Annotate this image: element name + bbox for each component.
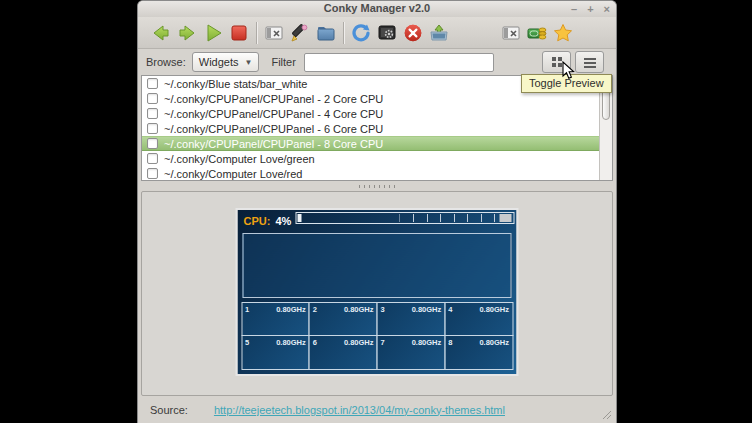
filter-label: Filter [271, 56, 295, 68]
core-id: 5 [245, 338, 249, 347]
core-id: 4 [448, 305, 452, 314]
list-item[interactable]: ~/.conky/Computer Love/green [142, 151, 599, 166]
core-cell: 1 0.80GHz [241, 302, 310, 337]
theme-checkbox[interactable] [147, 78, 158, 89]
grid-view-icon [551, 56, 563, 68]
play-icon [202, 22, 224, 44]
open-folder-button[interactable] [313, 20, 339, 46]
theme-label: ~/.conky/Computer Love/red [164, 168, 303, 180]
list-item[interactable]: ~/.conky/CPUPanel/CPUPanel - 4 Core CPU [142, 106, 599, 121]
theme-label: ~/.conky/CPUPanel/CPUPanel - 4 Core CPU [164, 108, 383, 120]
refresh-icon [350, 22, 372, 44]
cpu-bar-segments [400, 214, 500, 222]
core-id: 7 [381, 338, 385, 347]
browse-dropdown[interactable]: Widgets ▼ [192, 52, 260, 72]
cpu-usage-bar [296, 212, 515, 224]
folder-icon [315, 22, 337, 44]
next-button[interactable] [174, 20, 200, 46]
theme-checkbox[interactable] [147, 108, 158, 119]
theme-checkbox[interactable] [147, 123, 158, 134]
pane-splitter[interactable] [141, 181, 613, 191]
theme-label: ~/.conky/CPUPanel/CPUPanel - 6 Core CPU [164, 123, 383, 135]
theme-checkbox[interactable] [147, 93, 158, 104]
browse-bar: Browse: Widgets ▼ Filter [138, 49, 616, 75]
widget-window-icon [501, 23, 521, 43]
core-freq: 0.80GHz [276, 338, 306, 347]
star-button[interactable] [550, 20, 576, 46]
browse-label: Browse: [146, 56, 186, 68]
core-freq: 0.80GHz [344, 305, 374, 314]
splitter-grip-icon [359, 185, 395, 188]
cpu-graph-area [243, 233, 512, 298]
chevron-down-icon: ▼ [245, 58, 253, 67]
core-id: 2 [313, 305, 317, 314]
theme-checkbox[interactable] [147, 168, 158, 179]
maximize-button[interactable]: + [587, 2, 593, 16]
titlebar[interactable]: Conky Manager v2.0 – + × [138, 1, 616, 17]
core-id: 3 [381, 305, 385, 314]
core-cell: 8 0.80GHz [444, 335, 513, 370]
core-freq: 0.80GHz [479, 338, 509, 347]
arrow-left-icon [150, 22, 172, 44]
theme-checkbox[interactable] [147, 138, 158, 149]
refresh-button[interactable] [348, 20, 374, 46]
toolbar-separator [343, 22, 344, 44]
import-box-icon [428, 22, 450, 44]
filter-input[interactable] [304, 53, 494, 72]
cpu-usage-value: 4% [275, 215, 291, 227]
cpu-bar-block [500, 214, 512, 222]
conky-widget-preview: CPU: 4% 1 0.80GHz 2 0.80GHz 3 [236, 208, 519, 376]
toggle-widget-button-2[interactable] [498, 20, 524, 46]
core-cell: 5 0.80GHz [241, 335, 310, 370]
cpu-bar-fill [298, 214, 302, 222]
import-button[interactable] [426, 20, 452, 46]
list-view-icon [583, 56, 597, 68]
core-cell: 2 0.80GHz [309, 302, 378, 337]
resize-grip-icon[interactable] [601, 409, 611, 419]
previous-button[interactable] [148, 20, 174, 46]
theme-label: ~/.conky/CPUPanel/CPUPanel - 8 Core CPU [164, 138, 383, 150]
close-button[interactable]: × [604, 2, 610, 16]
cpu-label: CPU: [244, 215, 271, 227]
kill-button[interactable] [400, 20, 426, 46]
donate-button[interactable] [524, 20, 550, 46]
source-link[interactable]: http://teejeetech.blogspot.in/2013/04/my… [214, 404, 505, 416]
arrow-right-icon [176, 22, 198, 44]
core-id: 6 [313, 338, 317, 347]
window-title: Conky Manager v2.0 [138, 2, 616, 14]
donate-money-icon [526, 22, 548, 44]
toolbar-separator [256, 22, 257, 44]
list-item[interactable]: ~/.conky/Computer Love/red [142, 166, 599, 181]
toggle-list-button[interactable] [575, 51, 604, 73]
toggle-widget-button[interactable] [261, 20, 287, 46]
list-item[interactable]: ~/.conky/CPUPanel/CPUPanel - 6 Core CPU [142, 121, 599, 136]
list-item[interactable]: ~/.conky/CPUPanel/CPUPanel - 2 Core CPU [142, 91, 599, 106]
stop-button[interactable] [226, 20, 252, 46]
core-id: 1 [245, 305, 249, 314]
start-button[interactable] [200, 20, 226, 46]
list-item-selected[interactable]: ~/.conky/CPUPanel/CPUPanel - 8 Core CPU [142, 136, 599, 151]
toolbar [138, 17, 616, 49]
theme-checkbox[interactable] [147, 153, 158, 164]
theme-label: ~/.conky/CPUPanel/CPUPanel - 2 Core CPU [164, 93, 383, 105]
mouse-cursor-icon [562, 61, 576, 81]
minimize-button[interactable]: – [571, 2, 577, 16]
red-close-circle-icon [402, 22, 424, 44]
core-freq: 0.80GHz [344, 338, 374, 347]
desktop-gear-icon [376, 22, 398, 44]
core-freq: 0.80GHz [412, 305, 442, 314]
stop-icon [228, 22, 250, 44]
footer: Source: http://teejeetech.blogspot.in/20… [138, 396, 616, 423]
core-cell: 6 0.80GHz [309, 335, 378, 370]
core-cell: 7 0.80GHz [377, 335, 446, 370]
edit-button[interactable] [287, 20, 313, 46]
core-cell: 4 0.80GHz [444, 302, 513, 337]
desktop-settings-button[interactable] [374, 20, 400, 46]
source-label: Source: [150, 404, 188, 416]
conky-manager-window: Conky Manager v2.0 – + × [137, 0, 617, 423]
pencil-icon [289, 22, 311, 44]
preview-pane: CPU: 4% 1 0.80GHz 2 0.80GHz 3 [141, 191, 613, 396]
theme-label: ~/.conky/Computer Love/green [164, 153, 315, 165]
core-freq: 0.80GHz [276, 305, 306, 314]
core-id: 8 [448, 338, 452, 347]
